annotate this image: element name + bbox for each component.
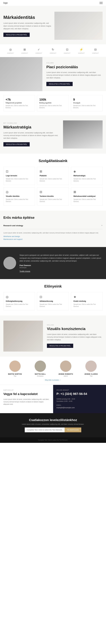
- icon-item-2[interactable]: ✓ CONTACT: [36, 47, 42, 54]
- stat-num-1: 100k: [39, 98, 67, 102]
- testimonial-quote: Neque porro quisquam est, qui dolorem ip…: [20, 254, 102, 262]
- icon-item-0[interactable]: ◎ CONTACT: [7, 47, 14, 54]
- hero-text: Márkaidentitás Lorem ipsum dolor sit ame…: [4, 15, 51, 37]
- service-icon-5: ⊠: [74, 190, 100, 194]
- testimonial-section: Neque porro quisquam est, qui dolorem ip…: [0, 247, 106, 279]
- service-desc-3: Sample text. Click to select the Text El…: [6, 198, 32, 202]
- testimonial-name: Paul Dawson: [20, 264, 102, 266]
- eloiny-card-1: ⊡ Időtakarékosság Sample text. Click to …: [37, 292, 69, 310]
- team-card-0: BERTIE NORTON Tital: [4, 360, 27, 377]
- accordion-title-0: Research and strategy: [4, 224, 23, 226]
- contact-right: HÍVJON MINKET P: +1 (324) 987-56-54 Hétf…: [53, 385, 106, 413]
- eloiny-desc-1: Sample text. Click to select the Text El…: [40, 303, 66, 308]
- testimonial-cta[interactable]: Tovább olvasás: [20, 270, 30, 272]
- hero-cta-button[interactable]: RÉSZLETEK A PROJEKTRŐL: [4, 33, 30, 37]
- stats-row: +7k Világméretű projektek Sample text. C…: [0, 91, 106, 115]
- icon-item-4[interactable]: ⊡ CONTACT: [64, 47, 70, 54]
- piaci-content: COLUMN Piaci pozicionálás Lorem ipsum do…: [42, 57, 106, 91]
- accordion-link-0[interactable]: Wireframe and design: [4, 236, 102, 238]
- navbar: logo: [0, 0, 106, 6]
- icon-item-1[interactable]: ⊞ CONTACT: [21, 47, 28, 54]
- services-section: Szolgáltatásaink ⊡ Logo tervezés Sample …: [0, 154, 106, 210]
- vizualis-section: RÓLUNK Vizuális konzisztencia Lorem ipsu…: [0, 316, 106, 356]
- hero-image: [55, 12, 102, 40]
- team-more-link[interactable]: Még több munkatárs →: [4, 379, 102, 381]
- service-title-1: Plakátok: [40, 175, 66, 177]
- services-title: Szolgáltatásaink: [4, 159, 102, 163]
- eloiny-title-2: Kiváló minőség: [74, 300, 100, 302]
- email-label: EMAIL: [57, 404, 103, 406]
- newsletter-submit-button[interactable]: FELIRATKOZÁS: [65, 428, 81, 432]
- services-grid: ⊡ Logo tervezés Sample text. Click to se…: [4, 167, 102, 206]
- strategy-cta-button[interactable]: RÉSZLETEK A PROJEKTRŐL: [4, 142, 30, 146]
- email-value: example@example.com: [57, 407, 103, 409]
- accordion-link-1[interactable]: Maintenance and support: [4, 238, 102, 240]
- newsletter-title: Csatlakozzon levelezőlistánkhoz: [4, 418, 102, 422]
- strategy-title: Márkastratégia: [4, 125, 59, 130]
- service-card-4: ⊟ Tartalom készítés Sample text. Click t…: [37, 187, 69, 206]
- strategy-image: [63, 120, 102, 148]
- team-section: BERTIE NORTON Tital MATTIE BALL Ambatato…: [0, 356, 106, 385]
- testimonial-avatar: [4, 257, 16, 270]
- team-avatar-3: [85, 360, 97, 372]
- team-name-1: MATTIE BALL: [29, 373, 52, 375]
- team-card-1: MATTIE BALL Ambatator: [29, 360, 52, 377]
- eloiny-desc-2: Sample text. Click to select the Text El…: [74, 303, 100, 308]
- nav-logo: logo: [4, 2, 8, 4]
- team-name-3: JENNIE CLARKE: [80, 373, 103, 375]
- accordion-toggle-0[interactable]: +: [101, 224, 102, 227]
- service-icon-2: ◈: [74, 170, 100, 173]
- team-title-3: Tital: [80, 375, 103, 377]
- service-card-2: ◈ Márkastratégia Sample text. Click to s…: [71, 167, 102, 185]
- newsletter-form: FELIRATKOZÁS: [25, 428, 81, 432]
- stat-desc-1: Sample text. Click to select the Text El…: [39, 104, 67, 109]
- stat-label-0: Világméretű projektek: [6, 102, 33, 104]
- service-title-0: Logo tervezés: [6, 175, 32, 177]
- team-title-2: Jaitmk: [54, 375, 77, 377]
- team-card-3: JENNIE CLARKE Tital: [80, 360, 103, 377]
- contact-hours: Hétfőtől péntekig 9:00 - 18:00 Szombaton…: [57, 398, 103, 402]
- newsletter-section: Csatlakozzon levelezőlistánkhoz Lorem ip…: [0, 413, 106, 437]
- service-card-1: ⊞ Plakátok Sample text. Click to select …: [37, 167, 69, 185]
- contact-section: KAPCSOLAT Vegye fel a kapcsolatot Lorem …: [0, 385, 106, 413]
- eloiny-title-1: Időtakarékosság: [40, 300, 66, 302]
- testimonial-role: Developer: [20, 267, 102, 268]
- service-icon-4: ⊟: [40, 190, 66, 194]
- accordion-body-0: Lorem ipsum dolor sit amet, consectetur …: [4, 230, 102, 235]
- team-title-0: Tital: [4, 375, 27, 377]
- phone-number: P: +1 (324) 987-56-54: [57, 392, 103, 396]
- piaci-section: COLUMN Piaci pozicionálás Lorem ipsum do…: [0, 57, 106, 91]
- eloiny-grid: ◎ Költséghatékonyság Sample text. Click …: [4, 292, 102, 310]
- piaci-cta-button[interactable]: RÉSZLETEK A PROJEKTRŐL: [46, 82, 73, 86]
- contact-icon-2: ✓: [37, 47, 41, 52]
- eloiny-icon-1: ⊡: [40, 295, 66, 299]
- footer-note: Complete Text: Click to select the Text …: [0, 437, 106, 443]
- hamburger-button[interactable]: [99, 2, 102, 4]
- contact-left: KAPCSOLAT Vegye fel a kapcsolatot Lorem …: [0, 385, 53, 413]
- piaci-description: Lorem ipsum dolor sit amet, consectetur …: [46, 71, 102, 79]
- contact-icon-1: ⊞: [22, 47, 27, 52]
- eloiny-card-0: ◎ Költséghatékonyság Sample text. Click …: [4, 292, 35, 310]
- service-icon-1: ⊞: [40, 170, 66, 173]
- icon-item-6[interactable]: ⊟ CONTACT: [92, 47, 99, 54]
- strategy-eyebrow: MIT CSINÁLUNK: [4, 122, 59, 124]
- contact-description: Lorem ipsum dolor sit amet, consectetur …: [4, 398, 49, 406]
- service-icon-0: ⊡: [6, 170, 32, 173]
- vizualis-text: RÓLUNK Vizuális konzisztencia Lorem ipsu…: [47, 324, 102, 348]
- icon-item-5[interactable]: ⚡ CONTACT: [78, 47, 84, 54]
- accordion-item-0[interactable]: Research and strategy +: [4, 222, 102, 229]
- hero-title: Márkaidentitás: [4, 15, 51, 20]
- team-title-1: Ambatator: [29, 375, 52, 377]
- service-card-5: ⊠ Márkahasználati szabályzat Sample text…: [71, 187, 102, 206]
- team-avatar-2: [60, 360, 71, 372]
- stat-label-1: Boldog ügyfelek: [39, 102, 67, 104]
- newsletter-email-input[interactable]: [25, 428, 65, 432]
- footer-text: Complete Text: Click to select the Text …: [38, 439, 68, 441]
- team-name-2: JENNIE ROBERTS: [54, 373, 77, 375]
- vizualis-cta-button[interactable]: RÉSZLETEK A PROJEKTRŐL: [47, 344, 73, 348]
- strategy-text: MIT CSINÁLUNK Márkastratégia Lorem ipsum…: [4, 122, 59, 146]
- icon-item-3[interactable]: ↻ CONTACT: [50, 47, 56, 54]
- contact-icon-0: ◎: [8, 47, 13, 52]
- service-card-0: ⊡ Logo tervezés Sample text. Click to se…: [4, 167, 35, 185]
- service-title-4: Tartalom készítés: [40, 195, 66, 197]
